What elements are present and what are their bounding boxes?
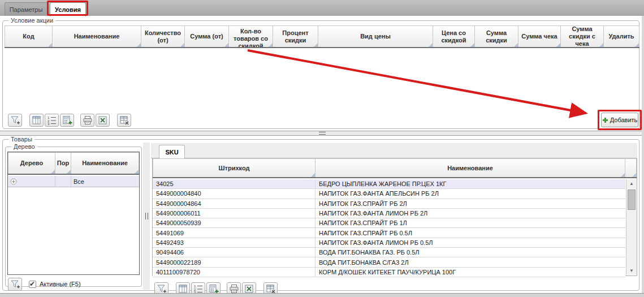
name-cell: НАПИТОК ГАЗ.СПРАЙТ РБ 1Л [315, 218, 625, 227]
products-group-title: Товары [8, 136, 34, 143]
column-header[interactable]: Процент скидки [273, 25, 318, 47]
numbered-list-icon: 123 [193, 284, 203, 294]
name-cell: БЕДРО ЦЫПЛЕНКА ЖАРЕНОЕ ПР.ЦЕХ 1КГ [315, 179, 625, 188]
vertical-splitter[interactable] [143, 143, 150, 290]
tab-usloviya[interactable]: Условия [50, 2, 86, 16]
column-header[interactable]: Количество (от) [141, 25, 185, 47]
table-row[interactable]: 5449000022189ВОДА ПИТ.БОНАКВА С/ГАЗ 2Л [153, 257, 625, 267]
barcode-cell: 4011100978720 [153, 268, 315, 277]
grid-with-cross-icon [266, 284, 276, 294]
horizontal-splitter[interactable] [0, 131, 644, 136]
conditions-table-header: Код Наименование Количество (от) Сумма (… [5, 25, 639, 48]
filter-add-icon [157, 284, 167, 294]
column-header[interactable]: Цена со скидкой [433, 25, 475, 47]
columns-button[interactable] [29, 114, 44, 127]
expand-plus-icon[interactable] [10, 178, 17, 185]
filter-add-button[interactable] [8, 278, 22, 291]
column-header[interactable]: Штрихкод [153, 158, 315, 177]
sku-table-header: Штрихкод Наименование [153, 158, 637, 178]
printer-icon [83, 115, 93, 125]
numbered-list-icon: 123 [47, 115, 57, 125]
tree-groupbox: Дерево Дерево Пор Наименование Все [5, 147, 142, 287]
table-row[interactable]: 34025БЕДРО ЦЫПЛЕНКА ЖАРЕНОЕ ПР.ЦЕХ 1КГ [153, 179, 625, 189]
tab-parametry[interactable]: Параметры [5, 2, 47, 16]
barcode-cell: 54491069 [153, 228, 315, 237]
column-header[interactable]: Сумма (от) [185, 25, 229, 47]
splitter-grip-icon [145, 213, 148, 219]
table-row[interactable]: 4011100978720КОРМ Д/КОШЕК КИТЕКЕТ ПАУЧ/К… [153, 268, 625, 277]
calculator-add-icon [62, 115, 72, 125]
conditions-group-title: Условие акции [8, 17, 55, 24]
tree-name-cell: Все [71, 176, 139, 187]
column-header[interactable]: Сумма скидки с чека [561, 25, 604, 47]
column-header[interactable]: Сумма чека [518, 25, 561, 47]
name-cell: НАПИТОК ГАЗ.ФАНТА ЛИМОН РБ 0.5Л [315, 238, 625, 247]
sku-panel: SKU Штрихкод Наименование 34025БЕДРО ЦЫП… [151, 143, 637, 290]
tree-expand-cell[interactable] [8, 176, 55, 187]
calculator-add-icon [209, 284, 219, 294]
table-row[interactable]: 90494406ВОДА ПИТ.БОНАКВА ГАЗ. РБ 0.5Л [153, 248, 625, 257]
window-bottom-edge [0, 293, 644, 297]
app-window: Параметры Условия Условие акции Код Наим… [0, 0, 644, 297]
calculator-add-button[interactable] [60, 114, 74, 127]
window-right-edge [642, 16, 644, 293]
tree-table: Дерево Пор Наименование Все [7, 152, 140, 275]
tree-row[interactable]: Все [8, 176, 139, 187]
filter-add-button[interactable] [8, 114, 22, 127]
table-row[interactable]: 5449000004864НАПИТОК ГАЗ.СПРАЙТ РБ 2Л [153, 199, 625, 209]
filter-add-icon [10, 115, 20, 125]
barcode-cell: 5449000004864 [153, 199, 315, 208]
grid-with-cross-icon [119, 115, 129, 126]
scrollbar-thumb[interactable] [628, 190, 636, 210]
table-row[interactable]: 5449000004840НАПИТОК ГАЗ.ФАНТА АПЕЛЬСИН … [153, 189, 625, 199]
barcode-cell: 5449000006011 [153, 209, 315, 218]
excel-export-icon [244, 284, 254, 294]
add-button[interactable]: Добавить [601, 113, 638, 127]
column-header[interactable]: Наименование [71, 152, 139, 174]
column-header[interactable]: Наименование [315, 158, 625, 177]
plus-icon [602, 117, 608, 123]
barcode-cell: 54492493 [153, 238, 315, 247]
excel-export-button[interactable] [96, 114, 110, 127]
table-row[interactable]: 5449000050939НАПИТОК ГАЗ.СПРАЙТ РБ 1Л [153, 218, 625, 228]
barcode-cell: 5449000050939 [153, 218, 315, 227]
column-header[interactable]: Удалить [604, 25, 639, 47]
active-checkbox[interactable] [29, 281, 36, 288]
top-tab-strip: Параметры Условия [0, 0, 644, 16]
table-row[interactable]: 54492493НАПИТОК ГАЗ.ФАНТА ЛИМОН РБ 0.5Л [153, 238, 625, 248]
tree-order-cell [55, 176, 71, 187]
scroll-up-icon[interactable]: ▲ [626, 179, 637, 188]
print-button[interactable] [80, 114, 94, 127]
sku-vertical-scrollbar[interactable]: ▲ ▼ [626, 179, 637, 275]
column-header[interactable]: Вид цены [318, 25, 433, 47]
tree-table-header: Дерево Пор Наименование [8, 152, 139, 175]
scroll-down-icon[interactable]: ▼ [626, 266, 637, 275]
add-button-label: Добавить [610, 117, 638, 123]
column-header[interactable]: Наименование [53, 25, 141, 47]
name-cell: НАПИТОК ГАЗ.СПРАЙТ РБ 2Л [315, 199, 625, 208]
grid-layout-button[interactable] [117, 114, 131, 127]
barcode-cell: 5449000022189 [153, 257, 315, 266]
active-checkbox-label: Активные (F5) [40, 281, 81, 287]
column-header[interactable]: Пор [55, 152, 71, 174]
column-header-spacer [625, 158, 637, 177]
numbered-list-button[interactable]: 123 [45, 114, 59, 127]
excel-export-icon [98, 115, 107, 125]
columns-icon [178, 284, 188, 294]
barcode-cell: 90494406 [153, 248, 315, 257]
column-header[interactable]: Сумма скидки [475, 25, 518, 47]
column-header[interactable]: Кол-во товаров со скидкой [229, 25, 273, 47]
name-cell: ВОДА ПИТ.БОНАКВА ГАЗ. РБ 0.5Л [315, 248, 625, 257]
name-cell: ВОДА ПИТ.БОНАКВА С/ГАЗ 2Л [315, 257, 625, 266]
svg-text:3: 3 [47, 122, 50, 125]
tree-bottom-bar: Активные (F5) [8, 277, 138, 291]
table-row[interactable]: 5449000006011НАПИТОК ГАЗ.ФАНТА ЛИМОН РБ … [153, 209, 625, 218]
column-header[interactable]: Дерево [8, 152, 55, 174]
printer-icon [229, 284, 239, 294]
barcode-cell: 34025 [153, 179, 315, 188]
tree-group-title: Дерево [11, 143, 37, 150]
table-row[interactable]: 54491069НАПИТОК ГАЗ.СПРАЙТ РБ 0.5Л [153, 228, 625, 238]
column-header[interactable]: Код [5, 25, 53, 47]
tab-sku[interactable]: SKU [159, 145, 185, 158]
splitter-grip-icon [319, 132, 326, 135]
